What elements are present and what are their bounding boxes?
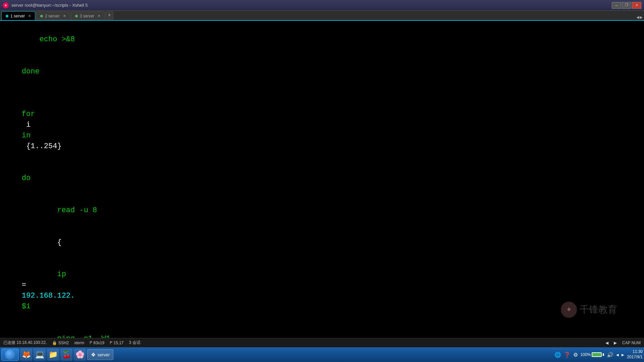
title-text: server root@tianyun:~/scripts - Xshell 5	[11, 3, 609, 8]
ping-cmd: ping -c1 -W1	[22, 335, 115, 338]
taskbar: 🦊 💻 📁 🍒 🌸 ❖ server 🌐 ❓ ⚙ 100% 🔊 ◀ ▶ 11:3…	[0, 347, 644, 362]
tab-scroll-arrows[interactable]: ◀ ▶	[636, 14, 643, 20]
code-line-3	[4, 87, 640, 98]
code-line-8: ip = 192.168.122. $i	[4, 259, 640, 323]
ssh-protocol: 🔒 SSH2	[52, 341, 69, 345]
ip-var: ip	[22, 270, 66, 279]
network-icon[interactable]: 🌐	[554, 352, 561, 358]
code-line-4: for i in {1..254}	[4, 98, 640, 162]
tab-3-close[interactable]: ✕	[98, 14, 100, 18]
scroll-left-icon[interactable]: ◀	[605, 341, 608, 345]
terminal-area[interactable]: echo >&8 done for i in {1..254} do read …	[0, 21, 644, 338]
clock-time: 11:30	[627, 349, 643, 355]
tab-2-close[interactable]: ✕	[63, 14, 66, 18]
tab-left-arrow[interactable]: ◀	[636, 14, 639, 20]
terminal-size: f* 83x19	[90, 341, 104, 345]
tray-scroll-right[interactable]: ▶	[622, 353, 624, 357]
for-keyword: for	[22, 110, 35, 118]
tab-2-label: 2 server	[45, 14, 59, 18]
for-rest: i	[22, 121, 35, 129]
title-bar: ❖ server root@tianyun:~/scripts - Xshell…	[0, 0, 644, 11]
status-right: ◀ ▶ CAP NUM	[605, 341, 641, 345]
settings-icon[interactable]: ⚙	[573, 352, 578, 358]
code-line-2: done	[4, 56, 640, 88]
code-line-7: {	[4, 227, 640, 259]
tab-1-label: 1 server	[10, 14, 25, 18]
tab-1-dot	[6, 15, 8, 17]
battery-tip	[603, 353, 604, 356]
help-icon[interactable]: ❓	[564, 352, 571, 358]
tab-2-server[interactable]: 2 server ✕	[36, 11, 70, 20]
terminal-type: xterm	[74, 341, 84, 345]
connection-status: 已连接 10.18.40.100:22,	[3, 340, 47, 346]
brace-open: {	[22, 238, 62, 247]
taskbar-icon-cherry[interactable]: 🍒	[60, 349, 72, 361]
battery-percent: 100%	[581, 352, 591, 357]
cursor-position: f* 15,17	[110, 341, 123, 345]
read-cmd: read -u 8	[22, 206, 97, 215]
battery-bar	[592, 352, 602, 357]
taskbar-icon-ie[interactable]: 🦊	[20, 349, 32, 361]
code-line-1: echo >&8	[4, 23, 640, 56]
for-range: {1..254}	[22, 142, 62, 150]
minimize-button[interactable]: ─	[612, 2, 621, 9]
start-orb	[5, 350, 15, 360]
status-bar: 已连接 10.18.40.100:22, 🔒 SSH2 xterm f* 83x…	[0, 338, 644, 347]
do-keyword: do	[22, 174, 31, 182]
active-app-label: server	[98, 352, 110, 357]
battery-widget: 100%	[581, 352, 604, 357]
clock-date: 2017/9/1	[627, 355, 643, 360]
taskbar-right: 🌐 ❓ ⚙ 100% 🔊 ◀ ▶ 11:30 2017/9/1	[554, 349, 643, 360]
tab-2-dot	[40, 15, 43, 17]
close-button[interactable]: ✕	[632, 2, 641, 9]
tab-3-server[interactable]: 3 server ✕	[71, 11, 105, 20]
code-line-9: ping -c1 -W1 $ip &>/dev/null	[4, 323, 640, 338]
code-text-2: done	[22, 67, 40, 76]
system-clock[interactable]: 11:30 2017/9/1	[627, 349, 643, 360]
tab-bar: 1 server ✕ 2 server ✕ 3 server ✕ + ◀ ▶	[0, 11, 644, 21]
speaker-icon[interactable]: 🔊	[607, 352, 613, 358]
ip-value: 192.168.122.	[22, 292, 75, 300]
tab-3-dot	[75, 15, 78, 17]
taskbar-icon-explorer[interactable]: 💻	[34, 349, 46, 361]
code-line-6: read -u 8	[4, 194, 640, 227]
caps-num-status: CAP NUM	[622, 341, 641, 345]
restore-button[interactable]: ❐	[622, 2, 631, 9]
tab-1-server[interactable]: 1 server ✕	[1, 11, 35, 20]
code-text-1: echo >&8	[22, 35, 75, 44]
start-button[interactable]	[1, 349, 19, 361]
in-keyword: in	[22, 131, 31, 140]
tray-scroll-left[interactable]: ◀	[616, 353, 619, 357]
taskbar-active-app[interactable]: ❖ server	[87, 349, 113, 360]
taskbar-icon-folder[interactable]: 📁	[47, 349, 59, 361]
scroll-right-icon[interactable]: ▶	[614, 341, 617, 345]
session-count: 3 会话	[129, 340, 141, 346]
app-icon: ❖	[3, 2, 9, 8]
ip-dollar-i: $i	[22, 302, 31, 311]
title-controls: ─ ❐ ✕	[612, 2, 641, 9]
tab-add-button[interactable]: +	[105, 11, 113, 19]
taskbar-icon-flower[interactable]: 🌸	[74, 349, 86, 361]
tab-3-label: 3 server	[80, 14, 94, 18]
tab-1-close[interactable]: ✕	[28, 14, 31, 18]
tab-right-arrow[interactable]: ▶	[640, 14, 643, 20]
ip-eq: =	[22, 281, 26, 289]
code-line-5: do	[4, 163, 640, 195]
active-app-icon: ❖	[91, 352, 96, 358]
battery-fill	[592, 353, 601, 356]
